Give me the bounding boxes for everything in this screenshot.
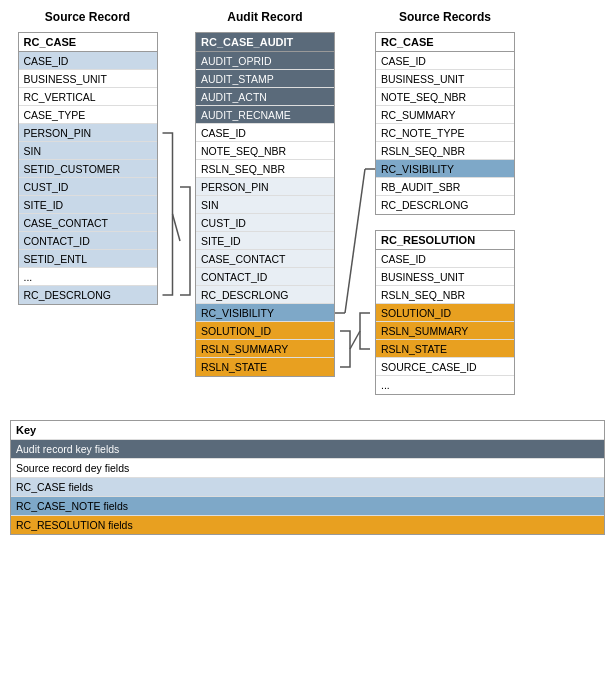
field-row: RC_NOTE_TYPE xyxy=(376,124,514,142)
field-row: SIN xyxy=(196,196,334,214)
field-row: RSLN_STATE xyxy=(196,358,334,376)
legend: Key Audit record key fieldsSource record… xyxy=(10,420,605,535)
legend-item: RC_CASE_NOTE fields xyxy=(11,496,604,515)
field-row: SOLUTION_ID xyxy=(196,322,334,340)
field-row: CONTACT_ID xyxy=(196,268,334,286)
diagram-wrapper: Source Record RC_CASE CASE_IDBUSINESS_UN… xyxy=(10,10,605,395)
field-row: SITE_ID xyxy=(196,232,334,250)
source-records-rc-case-table: RC_CASE CASE_IDBUSINESS_UNITNOTE_SEQ_NBR… xyxy=(375,32,515,215)
field-row: RB_AUDIT_SBR xyxy=(376,178,514,196)
source-records-rc-resolution-title: RC_RESOLUTION xyxy=(376,231,514,250)
field-row: CUST_ID xyxy=(196,214,334,232)
field-row: RSLN_STATE xyxy=(376,340,514,358)
source-record-table: RC_CASE CASE_IDBUSINESS_UNITRC_VERTICALC… xyxy=(18,32,158,305)
field-row: PERSON_PIN xyxy=(196,178,334,196)
field-row: BUSINESS_UNIT xyxy=(376,70,514,88)
field-row: RSLN_SUMMARY xyxy=(196,340,334,358)
field-row: ... xyxy=(19,268,157,286)
main-container: Source Record RC_CASE CASE_IDBUSINESS_UN… xyxy=(10,10,605,535)
field-row: BUSINESS_UNIT xyxy=(19,70,157,88)
field-row: SETID_ENTL xyxy=(19,250,157,268)
source-record-header: Source Record xyxy=(45,10,130,28)
svg-line-2 xyxy=(345,169,365,313)
field-row: SOLUTION_ID xyxy=(376,304,514,322)
field-row: ... xyxy=(376,376,514,394)
field-row: RSLN_SEQ_NBR xyxy=(376,142,514,160)
source-records-rc-resolution-table: RC_RESOLUTION CASE_IDBUSINESS_UNITRSLN_S… xyxy=(375,230,515,395)
field-row: CASE_ID xyxy=(19,52,157,70)
field-row: RC_DESCRLONG xyxy=(19,286,157,304)
field-row: AUDIT_ACTN xyxy=(196,88,334,106)
field-row: RSLN_SUMMARY xyxy=(376,322,514,340)
field-row: RC_VISIBILITY xyxy=(376,160,514,178)
field-row: NOTE_SEQ_NBR xyxy=(196,142,334,160)
source-record-title: RC_CASE xyxy=(19,33,157,52)
field-row: CASE_ID xyxy=(196,124,334,142)
field-row: BUSINESS_UNIT xyxy=(376,268,514,286)
legend-item: RC_RESOLUTION fields xyxy=(11,515,604,534)
field-row: RC_DESCRLONG xyxy=(376,196,514,214)
audit-record-column: Audit Record RC_CASE_AUDIT AUDIT_OPRIDAU… xyxy=(185,10,345,377)
legend-title: Key xyxy=(11,421,604,439)
field-row: CASE_CONTACT xyxy=(196,250,334,268)
field-row: SOURCE_CASE_ID xyxy=(376,358,514,376)
source-record-column: Source Record RC_CASE CASE_IDBUSINESS_UN… xyxy=(10,10,165,305)
field-row: CASE_TYPE xyxy=(19,106,157,124)
field-row: SITE_ID xyxy=(19,196,157,214)
field-row: SETID_CUSTOMER xyxy=(19,160,157,178)
field-row: RC_DESCRLONG xyxy=(196,286,334,304)
field-row: NOTE_SEQ_NBR xyxy=(376,88,514,106)
field-row: SIN xyxy=(19,142,157,160)
field-row: RSLN_SEQ_NBR xyxy=(196,160,334,178)
legend-item: RC_CASE fields xyxy=(11,477,604,496)
field-row: RC_VISIBILITY xyxy=(196,304,334,322)
field-row: RC_VERTICAL xyxy=(19,88,157,106)
field-row: RC_SUMMARY xyxy=(376,106,514,124)
svg-line-4 xyxy=(350,331,360,349)
audit-record-table: RC_CASE_AUDIT AUDIT_OPRIDAUDIT_STAMPAUDI… xyxy=(195,32,335,377)
source-records-column: Source Records RC_CASE CASE_IDBUSINESS_U… xyxy=(365,10,525,395)
field-row: PERSON_PIN xyxy=(19,124,157,142)
field-row: CONTACT_ID xyxy=(19,232,157,250)
field-row: AUDIT_STAMP xyxy=(196,70,334,88)
legend-item: Source record dey fields xyxy=(11,458,604,477)
field-row: CASE_ID xyxy=(376,250,514,268)
field-row: AUDIT_RECNAME xyxy=(196,106,334,124)
field-row: AUDIT_OPRID xyxy=(196,52,334,70)
legend-item: Audit record key fields xyxy=(11,439,604,458)
field-row: CASE_CONTACT xyxy=(19,214,157,232)
field-row: RSLN_SEQ_NBR xyxy=(376,286,514,304)
audit-record-title: RC_CASE_AUDIT xyxy=(196,33,334,52)
source-records-header: Source Records xyxy=(399,10,491,28)
source-records-rc-case-title: RC_CASE xyxy=(376,33,514,52)
field-row: CUST_ID xyxy=(19,178,157,196)
audit-record-header: Audit Record xyxy=(227,10,302,28)
field-row: CASE_ID xyxy=(376,52,514,70)
svg-line-0 xyxy=(173,214,181,241)
